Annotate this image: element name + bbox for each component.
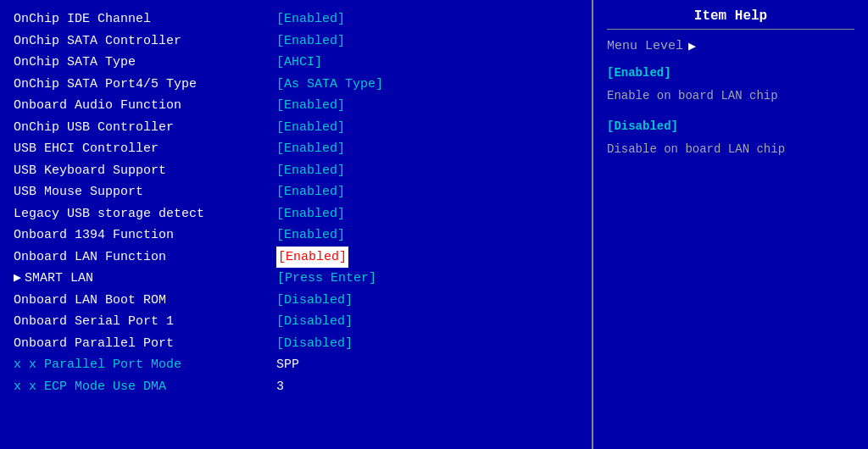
row-label: USB EHCI Controller xyxy=(14,138,276,160)
row-value[interactable]: SPP xyxy=(276,354,299,376)
row-value[interactable]: [Enabled] xyxy=(276,138,345,160)
row-label: USB Mouse Support xyxy=(14,181,276,203)
table-row: USB Mouse Support[Enabled] xyxy=(14,181,578,203)
menu-level-arrow: ▶ xyxy=(688,38,696,54)
row-value[interactable]: [Disabled] xyxy=(276,333,353,355)
table-row: OnChip USB Controller[Enabled] xyxy=(14,117,578,139)
row-label: Onboard LAN Function xyxy=(14,247,276,269)
item-help-title: Item Help xyxy=(607,8,854,30)
row-label: USB Keyboard Support xyxy=(14,160,276,182)
row-label: x x ECP Mode Use DMA xyxy=(14,376,276,398)
table-row: Onboard 1394 Function[Enabled] xyxy=(14,224,578,247)
row-value[interactable]: [Enabled] xyxy=(276,30,345,53)
table-row: Onboard LAN Function[Enabled] xyxy=(14,247,578,269)
row-value[interactable]: [Enabled] xyxy=(276,117,345,139)
table-row: OnChip SATA Controller[Enabled] xyxy=(14,30,578,53)
table-row: OnChip SATA Type[AHCI] xyxy=(14,52,578,74)
row-label: Onboard 1394 Function xyxy=(14,224,276,247)
row-label: Onboard Audio Function xyxy=(14,95,276,117)
row-label: Legacy USB storage detect xyxy=(14,203,276,225)
table-row: Onboard Audio Function[Enabled] xyxy=(14,95,578,117)
table-row: Onboard Parallel Port[Disabled] xyxy=(14,333,578,355)
row-label: Onboard Serial Port 1 xyxy=(14,311,276,333)
table-row: Onboard Serial Port 1[Disabled] xyxy=(14,311,578,333)
table-row: USB Keyboard Support[Enabled] xyxy=(14,160,578,182)
row-label: Onboard Parallel Port xyxy=(14,333,276,355)
row-label: OnChip USB Controller xyxy=(14,117,276,139)
row-value[interactable]: [Press Enter] xyxy=(277,268,376,290)
side-panel: Item Help Menu Level ▶ [Enabled] Enable … xyxy=(593,0,868,449)
row-value[interactable]: [Enabled] xyxy=(276,247,348,269)
row-value[interactable]: [As SATA Type] xyxy=(276,74,383,96)
row-value[interactable]: 3 xyxy=(276,376,284,398)
row-value[interactable]: [Enabled] xyxy=(276,95,345,117)
help-value-1: [Enabled] xyxy=(607,66,854,80)
help-value-2: [Disabled] xyxy=(607,119,854,133)
row-value[interactable]: [Enabled] xyxy=(276,160,345,182)
row-value[interactable]: [Disabled] xyxy=(276,290,353,312)
main-panel: OnChip IDE Channel[Enabled]OnChip SATA C… xyxy=(0,0,593,449)
row-value[interactable]: [Enabled] xyxy=(276,181,345,203)
row-label: Onboard LAN Boot ROM xyxy=(14,290,276,312)
row-value[interactable]: [Enabled] xyxy=(276,203,345,225)
row-value[interactable]: [AHCI] xyxy=(276,52,322,74)
bios-screen: OnChip IDE Channel[Enabled]OnChip SATA C… xyxy=(0,0,868,449)
help-desc-2: Disable on board LAN chip xyxy=(607,140,854,158)
table-row: USB EHCI Controller[Enabled] xyxy=(14,138,578,160)
row-label: x x Parallel Port Mode xyxy=(14,354,276,376)
table-row: x x Parallel Port ModeSPP xyxy=(14,354,578,376)
table-row: ▶ SMART LAN[Press Enter] xyxy=(14,268,578,290)
table-row: OnChip IDE Channel[Enabled] xyxy=(14,8,578,30)
row-arrow-icon: ▶ xyxy=(14,268,21,290)
row-value[interactable]: [Disabled] xyxy=(276,311,353,333)
help-desc-1: Enable on board LAN chip xyxy=(607,86,854,105)
row-label: SMART LAN xyxy=(25,268,277,290)
row-value[interactable]: [Enabled] xyxy=(276,224,345,247)
menu-level-row: Menu Level ▶ xyxy=(607,38,854,54)
row-label: OnChip IDE Channel xyxy=(14,8,276,30)
table-row: x x ECP Mode Use DMA3 xyxy=(14,376,578,398)
row-label: OnChip SATA Controller xyxy=(14,30,276,53)
menu-level-label: Menu Level xyxy=(607,39,683,53)
row-label: OnChip SATA Type xyxy=(14,52,276,74)
row-value[interactable]: [Enabled] xyxy=(276,8,345,30)
table-row: Legacy USB storage detect[Enabled] xyxy=(14,203,578,225)
table-row: Onboard LAN Boot ROM[Disabled] xyxy=(14,290,578,312)
row-label: OnChip SATA Port4/5 Type xyxy=(14,74,276,96)
table-row: OnChip SATA Port4/5 Type[As SATA Type] xyxy=(14,74,578,96)
